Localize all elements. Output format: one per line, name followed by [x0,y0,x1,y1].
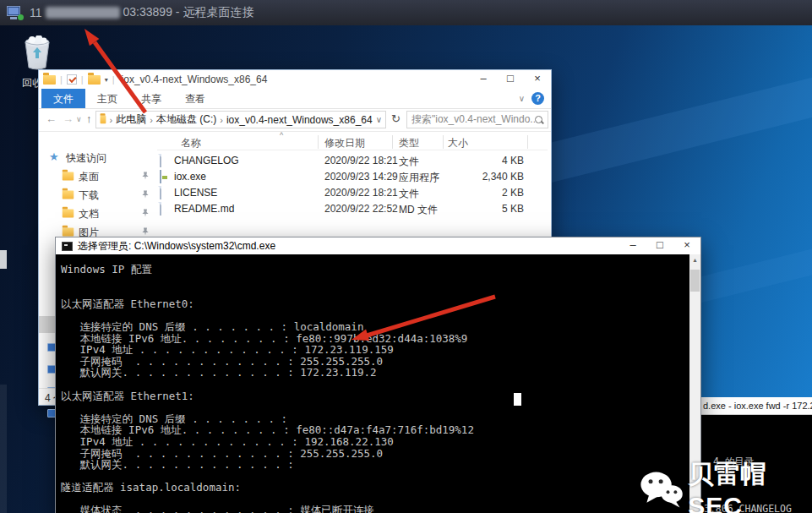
address-bar[interactable]: › 此电脑 › 本地磁盘 (C:) › iox_v0.4-next_Window… [95,111,386,128]
console-line [56,378,691,390]
file-row-readme[interactable]: README.md 2020/9/22 22:52 MD 文件 5 KB [157,201,548,217]
file-row-license[interactable]: LICENSE 2020/9/22 18:21 文件 2 KB [157,185,548,201]
rdp-host-prefix: 11 [30,6,42,19]
minimize-button[interactable]: – [619,237,646,254]
cmd-icon [62,242,73,251]
column-divider[interactable] [443,135,444,149]
help-icon[interactable]: ? [531,92,544,105]
search-placeholder: 搜索"iox_v0.4-next_Windo... [411,112,535,127]
refresh-icon[interactable]: ↻ [391,112,401,125]
cmd-output: Windows IP 配置 以太网适配器 Ethernet0: 连接特定的 DN… [56,254,691,513]
divider: | [81,74,84,85]
file-icon [160,202,161,216]
tab-share[interactable]: 共享 [129,89,173,108]
console-line: 连接特定的 DNS 后缀 . . . . . . . : [56,412,691,424]
redacted-host-address [46,7,120,19]
rdp-session-screen: 回收站 d.exe - iox.exe fwd -r 172.23 4 的目录 … [0,0,812,513]
console-line [56,286,691,297]
pin-icon [141,209,150,217]
tab-home[interactable]: 主页 [85,89,129,108]
cmd-window-title: 选择管理员: C:\Windows\system32\cmd.exe [78,239,275,254]
cmd-window: 选择管理员: C:\Windows\system32\cmd.exe – □ ×… [55,237,701,513]
maximize-button[interactable]: □ [497,70,524,88]
address-folder-icon [101,116,106,123]
text-cursor-block [514,393,521,406]
wechat-icon [640,469,684,510]
column-header-name[interactable]: 名称 [181,136,201,150]
recent-locations-icon[interactable]: ∨ [76,115,82,123]
explorer-titlebar[interactable]: | | ▾ | iox_v0.4-next_Windows_x86_64 – □… [39,70,551,89]
column-divider[interactable] [392,135,393,149]
sort-ascending-icon: ^ [280,131,283,139]
column-header-size[interactable]: 大小 [448,136,468,150]
quick-access-toolbar-dropdown-icon[interactable]: ▾ [105,76,108,84]
folder-icon [63,191,74,199]
console-line [56,401,691,412]
address-toolbar: ← → ∨ ↑ › 此电脑 › 本地磁盘 (C:) › iox_v0.4-nex… [39,109,551,132]
console-line: 以太网适配器 Ethernet1: [56,390,691,401]
breadcrumb-separator: › [220,115,223,125]
console-line: Windows IP 配置 [56,263,691,275]
breadcrumb-this-pc[interactable]: 此电脑 [116,112,146,127]
rdp-title: 11 03:33899 - 远程桌面连接 [30,5,253,20]
new-folder-icon[interactable] [88,75,101,85]
console-line: 默认网关. . . . . . . . . . . . . : 172.23.1… [56,366,691,378]
console-line: 子网掩码 . . . . . . . . . . . . : 255.255.2… [56,355,691,367]
quick-access-star-icon: ★ [49,150,59,163]
file-list-header: 名称 ^ 修改日期 类型 大小 [157,134,548,150]
sidebar-quick-access[interactable]: ★ 快速访问 [39,150,157,166]
file-row-iox-exe[interactable]: iox.exe 2020/9/23 14:29 应用程序 2,340 KB [157,169,548,185]
search-icon[interactable] [535,116,543,124]
ribbon-expand-icon[interactable]: ∨ [519,94,525,103]
properties-check-icon[interactable] [67,74,77,85]
search-input[interactable]: 搜索"iox_v0.4-next_Windo... [406,111,548,128]
breadcrumb-drive-c[interactable]: 本地磁盘 (C:) [156,112,216,127]
background-cmd-title: d.exe - iox.exe fwd -r 172.23 [695,397,812,415]
console-line: 隧道适配器 isatap.localdomain: [56,481,691,493]
pin-icon [141,172,150,180]
folder-icon [43,75,56,85]
sidebar-item-downloads[interactable]: 下载 [39,187,157,204]
scroll-up-icon[interactable]: ▴ [689,256,700,264]
sidebar-item-desktop[interactable]: 桌面 [39,168,157,185]
console-line: 媒体状态 . . . . . . . . . . . . : 媒体已断开连接 [56,504,691,513]
scrollbar-thumb[interactable] [690,270,700,292]
pin-icon [141,227,150,236]
column-divider[interactable] [527,135,528,149]
address-dropdown-icon[interactable]: ∨ [376,115,382,124]
console-line [56,308,691,320]
forward-icon[interactable]: → [63,112,74,125]
tab-view[interactable]: 查看 [173,89,217,108]
up-icon[interactable]: ↑ [86,112,92,125]
cmd-titlebar[interactable]: 选择管理员: C:\Windows\system32\cmd.exe – □ × [56,237,700,254]
folder-icon [63,172,74,181]
rdp-connection-bar[interactable]: 11 03:33899 - 远程桌面连接 [0,0,812,25]
sidebar-item-documents[interactable]: 文档 [39,205,157,222]
rdp-title-suffix: 03:33899 - 远程桌面连接 [123,5,254,20]
breadcrumb-separator: › [110,115,113,125]
console-line: IPv4 地址 . . . . . . . . . . . . : 192.16… [56,435,691,447]
console-line: 本地链接 IPv6 地址. . . . . . . . : fe80::997b… [56,332,691,344]
back-icon[interactable]: ← [46,112,57,125]
application-icon [160,170,161,183]
folder-icon [63,228,74,237]
recycle-bin-icon [21,35,53,71]
folder-icon [63,210,74,218]
background-cmd-titlebar[interactable]: d.exe - iox.exe fwd -r 172.23 [695,397,812,415]
close-button[interactable]: × [673,237,700,254]
file-icon [160,154,161,167]
breadcrumb-current-folder[interactable]: iox_v0.4-next_Windows_x86_64 [226,114,373,126]
explorer-window-title: iox_v0.4-next_Windows_x86_64 [122,74,268,85]
column-divider[interactable] [318,135,319,149]
console-line [56,493,691,505]
close-button[interactable]: × [524,70,551,88]
background-window-edge [0,250,7,269]
tab-file[interactable]: 文件 [41,89,85,108]
file-row-changelog[interactable]: CHANGELOG 2020/9/22 18:21 文件 4 KB [157,153,548,169]
column-header-date[interactable]: 修改日期 [324,136,365,150]
rdp-icon [7,6,24,20]
minimize-button[interactable]: – [470,70,497,88]
column-header-type[interactable]: 类型 [399,136,419,150]
maximize-button[interactable]: □ [646,237,673,254]
console-line: 本地链接 IPv6 地址. . . . . . . . : fe80::d47a… [56,423,691,435]
